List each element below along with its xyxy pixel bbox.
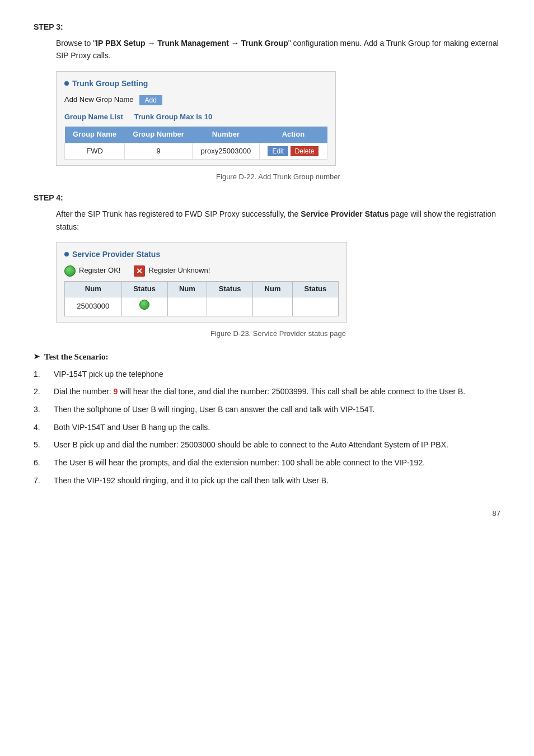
sp-col-status3: Status <box>292 282 338 297</box>
trunk-group-max-label: Trunk Group Max is 10 <box>134 111 212 123</box>
sp-title-label: Service Provider Status <box>72 248 160 260</box>
sp-cell-num2 <box>167 297 207 316</box>
list-num: 7. <box>34 475 40 487</box>
test-heading-label: Test the Scenario: <box>44 352 108 362</box>
list-item-text: Then the softphone of User B will ringin… <box>54 405 375 414</box>
group-name-list-row: Group Name List Trunk Group Max is 10 <box>64 111 327 123</box>
trunk-group-title: Trunk Group Setting <box>64 77 327 90</box>
step3-description: Browse to "IP PBX Setup → Trunk Manageme… <box>56 37 500 62</box>
trunk-group-ui-box: Trunk Group Setting Add New Grop Name Ad… <box>56 71 336 166</box>
step4-body: After the SIP Trunk has registered to FW… <box>56 208 500 339</box>
step4-heading: STEP 4: <box>34 193 500 202</box>
sp-col-status1: Status <box>121 282 167 297</box>
cell-group-number: 9 <box>125 143 193 160</box>
test-list: 1. VIP-154T pick up the telephone 2. Dia… <box>34 368 500 487</box>
add-grop-row: Add New Grop Name Add <box>64 94 327 106</box>
list-num: 4. <box>34 422 40 434</box>
figure-d23-caption: Figure D-23. Service Provider status pag… <box>56 328 500 340</box>
list-item: 7. Then the VIP-192 should ringing, and … <box>34 475 500 487</box>
list-num: 5. <box>34 439 40 451</box>
red-x-icon: ✕ <box>134 265 145 277</box>
step4-description: After the SIP Trunk has registered to FW… <box>56 208 500 233</box>
test-heading: Test the Scenario: <box>34 352 500 362</box>
sp-col-num3: Num <box>253 282 293 297</box>
cell-action: Edit Delete <box>259 143 327 160</box>
list-item-text: User B pick up and dial the number: 2500… <box>54 440 448 449</box>
list-item-text: The User B will hear the prompts, and di… <box>54 458 425 467</box>
list-num: 3. <box>34 404 40 416</box>
list-item: 4. Both VIP-154T and User B hang up the … <box>34 422 500 434</box>
legend-ok-label: Register OK! <box>79 265 120 277</box>
step3-nav-bold: IP PBX Setup → Trunk Management → Trunk … <box>96 39 288 48</box>
test-section: Test the Scenario: 1. VIP-154T pick up t… <box>34 352 500 487</box>
step4-section: STEP 4: After the SIP Trunk has register… <box>34 193 500 339</box>
step4-bold: Service Provider Status <box>301 209 388 218</box>
trunk-table-header-row: Group Name Group Number Number Action <box>65 127 327 143</box>
figure-d22-caption: Figure D-22. Add Trunk Group number <box>56 171 500 183</box>
step3-body: Browse to "IP PBX Setup → Trunk Manageme… <box>56 37 500 183</box>
list-item-text: Then the VIP-192 should ringing, and it … <box>54 476 329 485</box>
sp-cell-status3 <box>292 297 338 316</box>
col-number: Number <box>192 127 259 143</box>
group-name-list-label: Group Name List <box>64 111 123 123</box>
trunk-group-table: Group Name Group Number Number Action FW… <box>64 127 327 160</box>
list-num: 2. <box>34 386 40 398</box>
table-row: FWD 9 proxy25003000 Edit Delete <box>65 143 327 160</box>
list-num: 1. <box>34 368 40 381</box>
service-provider-ui-box: Service Provider Status Register OK! ✕ R… <box>56 242 347 323</box>
col-group-name: Group Name <box>65 127 125 143</box>
list-item: 3. Then the softphone of User B will rin… <box>34 404 500 416</box>
sp-cell-status1 <box>121 297 167 316</box>
edit-button[interactable]: Edit <box>268 146 288 156</box>
sp-cell-num1: 25003000 <box>65 297 122 316</box>
sp-cell-status2 <box>207 297 253 316</box>
list-item: 5. User B pick up and dial the number: 2… <box>34 439 500 451</box>
cell-number: proxy25003000 <box>192 143 259 160</box>
trunk-group-title-label: Trunk Group Setting <box>72 77 148 90</box>
bullet-icon <box>64 81 69 86</box>
list-item: 2. Dial the number: 9 will hear the dial… <box>34 386 500 398</box>
sp-cell-num3 <box>253 297 293 316</box>
list-item-text: VIP-154T pick up the telephone <box>54 370 163 379</box>
sp-bullet-icon <box>64 252 69 256</box>
list-item-text: Dial the number: 9 will hear the dial to… <box>54 387 465 396</box>
legend-unknown-label: Register Unknown! <box>148 265 210 277</box>
col-action: Action <box>259 127 327 143</box>
legend-register-ok: Register OK! <box>64 265 120 277</box>
cell-group-name: FWD <box>65 143 125 160</box>
add-label: Add New Grop Name <box>64 94 134 106</box>
sp-col-status2: Status <box>207 282 253 297</box>
legend-row: Register OK! ✕ Register Unknown! <box>64 265 339 277</box>
list-num: 6. <box>34 457 40 469</box>
list-item: 1. VIP-154T pick up the telephone <box>34 368 500 381</box>
step3-section: STEP 3: Browse to "IP PBX Setup → Trunk … <box>34 22 500 183</box>
sp-table-header-row: Num Status Num Status Num Status <box>65 282 339 297</box>
add-button[interactable]: Add <box>139 95 162 105</box>
green-circle-icon <box>64 265 76 277</box>
sp-table-row: 25003000 <box>65 297 339 316</box>
status-green-circle-icon <box>139 300 149 310</box>
service-provider-table: Num Status Num Status Num Status 2500300… <box>64 281 339 316</box>
delete-button[interactable]: Delete <box>291 146 319 156</box>
sp-col-num1: Num <box>65 282 122 297</box>
col-group-number: Group Number <box>125 127 193 143</box>
highlight-number: 9 <box>114 387 118 396</box>
page-number: 87 <box>34 509 500 517</box>
list-item: 6. The User B will hear the prompts, and… <box>34 457 500 469</box>
list-item-text: Both VIP-154T and User B hang up the cal… <box>54 423 210 432</box>
service-provider-title: Service Provider Status <box>64 248 339 260</box>
step3-heading: STEP 3: <box>34 22 500 31</box>
legend-register-unknown: ✕ Register Unknown! <box>134 265 210 277</box>
sp-col-num2: Num <box>167 282 207 297</box>
